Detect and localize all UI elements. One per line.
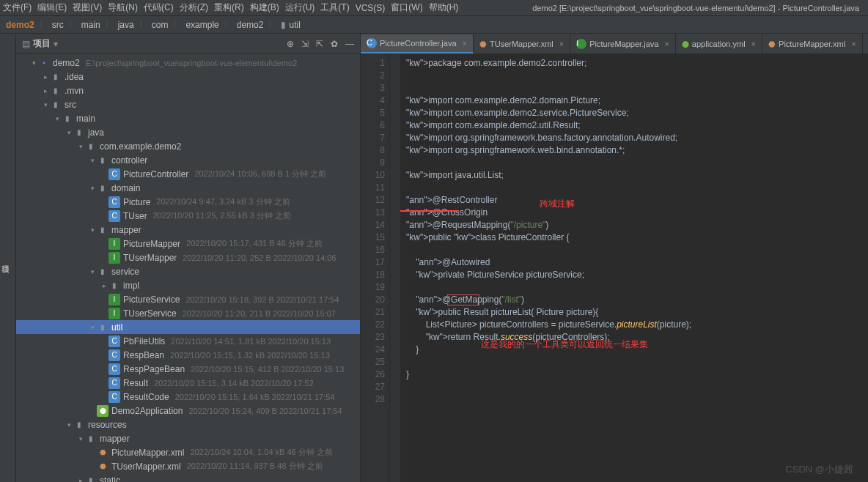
- tree-item-static[interactable]: ▸▮static: [16, 473, 360, 482]
- crumb[interactable]: src: [52, 20, 64, 30]
- tree-item-picture[interactable]: CPicture2022/10/24 9:47, 3.24 kB 3 分钟 之前: [16, 195, 360, 209]
- expand-arrow[interactable]: ▾: [88, 268, 97, 275]
- tree-item-picturemapper-xml[interactable]: ⬣PictureMapper.xml2022/10/24 10:04, 1.04…: [16, 445, 360, 459]
- crumb[interactable]: example: [185, 20, 218, 30]
- expand-arrow[interactable]: ▸: [100, 282, 108, 289]
- crumb[interactable]: java: [118, 20, 134, 30]
- tree-item-mapper[interactable]: ▾▮mapper: [16, 431, 360, 445]
- menu-build[interactable]: 构建(B): [250, 1, 279, 14]
- tree-item-domain[interactable]: ▾▮domain: [16, 181, 360, 195]
- tree-item-result[interactable]: CResult2022/10/20 15:15, 3.14 kB 2022/10…: [16, 376, 360, 390]
- tree-item-resources[interactable]: ▾▮resources: [16, 418, 360, 431]
- tab-picturemapper-xml[interactable]: ⬣PictureMapper.xml×: [762, 34, 863, 53]
- code-content[interactable]: "kw">package com.example.demo2.controlle…: [400, 54, 868, 482]
- tree-item-picturecontroller[interactable]: CPictureController2022/10/24 10:05, 698 …: [16, 167, 360, 181]
- code-area[interactable]: 1234567891011121314151617181920212223242…: [361, 54, 868, 482]
- menu-vcs[interactable]: VCS(S): [356, 3, 386, 13]
- expand-arrow[interactable]: ▾: [29, 59, 38, 67]
- crumb-root[interactable]: demo2: [6, 20, 34, 30]
- expand-arrow[interactable]: ▾: [76, 143, 85, 150]
- menu-refactor[interactable]: 重构(R): [214, 1, 244, 14]
- tree-item-respbean[interactable]: CRespBean2022/10/20 15:15, 1.32 kB 2022/…: [16, 348, 360, 362]
- expand-arrow[interactable]: ▾: [53, 115, 62, 122]
- close-icon[interactable]: ×: [751, 40, 756, 48]
- dropdown-icon[interactable]: ▾: [54, 39, 58, 49]
- settings-icon[interactable]: ✿: [331, 39, 338, 49]
- tree-item-util[interactable]: ▾▮util: [16, 320, 360, 334]
- expand-arrow[interactable]: ▸: [41, 87, 50, 94]
- crumb[interactable]: demo2: [237, 20, 264, 30]
- expand-icon[interactable]: ⇲: [301, 39, 309, 49]
- tab-application-yml[interactable]: ⬤application.yml×: [676, 34, 762, 53]
- tree-item-meta: 2022/10/20 14:51, 1.81 kB 2022/10/20 15:…: [171, 337, 331, 346]
- menu-window[interactable]: 窗口(W): [391, 1, 422, 14]
- tree-item-resppagebean[interactable]: CRespPageBean2022/10/20 15:15, 412 B 202…: [16, 362, 360, 376]
- tree-item-demo2[interactable]: ▾▪demo2E:\project\springboot_vue\springb…: [16, 56, 360, 70]
- tree-item-mapper[interactable]: ▾▮mapper: [16, 223, 360, 237]
- tab-picturecontroller-java[interactable]: CPictureController.java×: [361, 34, 474, 53]
- close-icon[interactable]: ×: [664, 40, 669, 48]
- tree-item-pictureservice[interactable]: IPictureService2022/10/20 15:18, 392 B 2…: [16, 292, 360, 306]
- menu-file[interactable]: 文件(F): [3, 1, 32, 14]
- tree-item-tuser[interactable]: CTUser2022/10/20 11:25, 2.55 kB 3 分钟 之前: [16, 209, 360, 223]
- expand-arrow[interactable]: ▾: [41, 101, 50, 108]
- tab-label: PictureMapper.xml: [779, 40, 845, 48]
- tree-item-meta: 2022/10/20 15:15, 3.14 kB 2022/10/20 17:…: [154, 379, 314, 388]
- tree-item-impl[interactable]: ▸▮impl: [16, 278, 360, 292]
- pkg-icon: ▮: [97, 224, 108, 236]
- close-icon[interactable]: ×: [559, 40, 564, 48]
- tree-item-demo2application[interactable]: ⬤Demo2Application2022/10/20 15:24, 409 B…: [16, 404, 360, 418]
- tree-item-meta: 2022/10/24 10:04, 1.04 kB 46 分钟 之前: [190, 447, 332, 458]
- tab-tusermapper-xml[interactable]: ⬣TUserMapper.xml×: [474, 34, 570, 53]
- tree-item-label: mapper: [100, 434, 130, 444]
- menu-tools[interactable]: 工具(T): [320, 1, 349, 14]
- expand-arrow[interactable]: ▾: [88, 157, 97, 164]
- tree-item-tuserservice[interactable]: ITUserService2022/10/20 11:20, 211 B 202…: [16, 306, 360, 320]
- tree-item-java[interactable]: ▾▮java: [16, 125, 360, 139]
- menu-navigate[interactable]: 导航(N): [108, 1, 138, 14]
- expand-arrow[interactable]: ▾: [65, 129, 73, 136]
- project-tree[interactable]: ▾▪demo2E:\project\springboot_vue\springb…: [16, 54, 360, 482]
- hide-icon[interactable]: —: [345, 39, 354, 49]
- crumb[interactable]: com: [152, 20, 169, 30]
- tree-item-resultcode[interactable]: CResultCode2022/10/20 15:15, 1.64 kB 202…: [16, 390, 360, 404]
- tab-picturemapper-java[interactable]: IPictureMapper.java×: [570, 34, 676, 53]
- tree-item-service[interactable]: ▾▮service: [16, 264, 360, 278]
- folder-icon: ▮: [50, 85, 62, 97]
- iface-icon: I: [108, 252, 120, 264]
- tree-item-src[interactable]: ▾▮src: [16, 97, 360, 111]
- crumb[interactable]: util: [289, 20, 300, 30]
- close-icon[interactable]: ×: [463, 39, 467, 48]
- breadcrumb: demo2〉 src〉 main〉 java〉 com〉 example〉 de…: [0, 16, 868, 34]
- tree-item-pbfileutils[interactable]: CPbFileUtils2022/10/20 14:51, 1.81 kB 20…: [16, 334, 360, 348]
- tree-item-main[interactable]: ▾▮main: [16, 111, 360, 125]
- side-tab-project[interactable]: 项目: [0, 34, 16, 482]
- expand-arrow[interactable]: ▾: [76, 435, 85, 442]
- tree-item-controller[interactable]: ▾▮controller: [16, 153, 360, 167]
- tree-item-picturemapper[interactable]: IPictureMapper2022/10/20 15:17, 431 B 46…: [16, 237, 360, 251]
- collapse-icon[interactable]: ⇱: [316, 39, 323, 49]
- crumb[interactable]: main: [81, 20, 100, 30]
- menu-run[interactable]: 运行(U): [285, 1, 315, 14]
- expand-arrow[interactable]: ▾: [65, 421, 73, 429]
- expand-arrow[interactable]: ▸: [76, 477, 85, 483]
- tree-item-com-example-demo2[interactable]: ▾▮com.example.demo2: [16, 139, 360, 153]
- tree-item-tusermapper-xml[interactable]: ⬣TUserMapper.xml2022/10/20 11:14, 937 B …: [16, 459, 360, 473]
- expand-arrow[interactable]: ▾: [88, 185, 97, 192]
- expand-arrow[interactable]: ▸: [41, 73, 50, 81]
- tree-item-label: static: [100, 475, 120, 483]
- folder-icon: ▮: [62, 113, 73, 125]
- menu-analyze[interactable]: 分析(Z): [180, 1, 208, 14]
- pkg-icon: ▮: [97, 322, 108, 333]
- menu-code[interactable]: 代码(C): [144, 1, 174, 14]
- select-opened-icon[interactable]: ⊕: [287, 39, 294, 49]
- menu-view[interactable]: 视图(V): [73, 1, 102, 14]
- expand-arrow[interactable]: ▾: [88, 324, 97, 331]
- tree-item--mvn[interactable]: ▸▮.mvn: [16, 84, 360, 97]
- menu-help[interactable]: 帮助(H): [429, 1, 459, 14]
- tree-item-tusermapper[interactable]: ITUserMapper2022/10/20 11:20, 252 B 2022…: [16, 251, 360, 264]
- tree-item--idea[interactable]: ▸▮.idea: [16, 70, 360, 84]
- close-icon[interactable]: ×: [851, 40, 856, 48]
- menu-edit[interactable]: 编辑(E): [37, 1, 67, 14]
- expand-arrow[interactable]: ▾: [88, 226, 97, 234]
